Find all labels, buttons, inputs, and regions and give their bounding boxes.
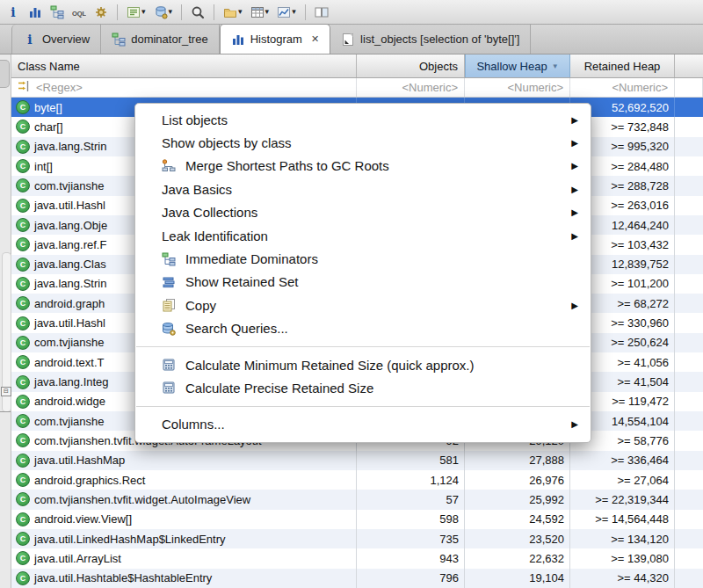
- class-name-label: android.view.View[]: [34, 512, 132, 526]
- menu-item-calculate-precise-retained-size[interactable]: Calculate Precise Retained Size: [135, 376, 591, 399]
- menu-item-java-basics[interactable]: Java Basics▶: [135, 178, 591, 200]
- menu-separator: [136, 346, 590, 347]
- filter-shallow-input[interactable]: <Numeric>: [465, 78, 570, 97]
- column-label: Shallow Heap: [476, 60, 547, 73]
- table-row[interactable]: Ccom.tvjianshen.tvfit.widget.AutoImageVi…: [11, 490, 703, 509]
- retained-heap-cell: >= 14,564,448: [570, 510, 675, 529]
- menu-item-columns[interactable]: Columns...▶: [135, 413, 591, 436]
- search-button[interactable]: [188, 3, 207, 22]
- filler-cell: [675, 156, 703, 176]
- submenu-arrow-icon: ▶: [571, 231, 578, 241]
- filter-placeholder: <Numeric>: [402, 81, 458, 94]
- filter-placeholder: <Regex>: [36, 81, 83, 94]
- filter-class-input[interactable]: <Regex>: [11, 78, 357, 97]
- menu-item-list-objects[interactable]: List objects▶: [135, 108, 591, 131]
- chart-button[interactable]: ▾: [274, 3, 299, 22]
- table-row[interactable]: Candroid.view.View[]59824,592>= 14,564,4…: [11, 510, 703, 529]
- dropdown-arrow-icon[interactable]: ▾: [292, 8, 296, 16]
- filler-cell: [675, 255, 703, 274]
- tab-dominator_tree[interactable]: dominator_tree: [101, 25, 219, 54]
- class-name-cell: Cjava.util.LinkedHashMap$LinkedEntry: [11, 529, 357, 548]
- class-name-label: android.graphics.Rect: [34, 474, 145, 487]
- menu-item-search-queries[interactable]: Search Queries...: [135, 317, 591, 340]
- histogram-button[interactable]: [25, 3, 45, 22]
- mat-histogram-window: iOQL▾▾▾▾▾ iOverviewdominator_treeHistogr…: [0, 0, 703, 588]
- svg-text:i: i: [11, 5, 15, 19]
- class-name-label: java.util.Hashl: [34, 316, 105, 330]
- class-icon: C: [16, 100, 30, 114]
- dominator-tree-button[interactable]: [47, 3, 67, 22]
- class-name-label: java.lang.Strin: [34, 277, 106, 290]
- column-header-filler: [675, 54, 703, 77]
- tab-overview[interactable]: iOverview: [11, 25, 101, 54]
- tab-label: list_objects [selection of 'byte[]']: [360, 33, 519, 46]
- window-edge-blob: [0, 60, 10, 88]
- class-name-label: java.lang.Integ: [34, 375, 109, 388]
- class-icon: C: [16, 336, 30, 350]
- menu-item-merge-shortest-paths-to-gc-roots[interactable]: Merge Shortest Paths to GC Roots▶: [135, 155, 591, 178]
- class-icon: C: [16, 433, 30, 447]
- menu-item-java-collections[interactable]: Java Collections▶: [135, 201, 591, 224]
- column-header-objects[interactable]: Objects: [357, 54, 465, 77]
- column-header-class-name[interactable]: Class Name: [11, 54, 357, 77]
- class-icon: C: [16, 395, 30, 409]
- info-icon: i: [6, 5, 20, 19]
- restore-pane-icon[interactable]: ⊟: [1, 387, 11, 396]
- class-icon: C: [16, 551, 30, 565]
- menu-item-show-retained-set[interactable]: Show Retained Set: [135, 271, 591, 294]
- column-header-shallow-heap[interactable]: Shallow Heap ▼: [465, 54, 570, 77]
- filter-filler: [675, 78, 703, 97]
- query-browser-button[interactable]: ▾: [124, 3, 149, 22]
- tab-close-icon[interactable]: ✕: [311, 33, 319, 45]
- database-gear-button[interactable]: ▾: [151, 3, 176, 22]
- class-icon: C: [16, 140, 30, 154]
- class-icon: C: [16, 218, 30, 232]
- class-name-label: java.lang.Obje: [34, 219, 107, 232]
- table-row[interactable]: Cjava.util.ArrayList94322,632>= 139,080: [11, 548, 703, 568]
- dropdown-arrow-icon[interactable]: ▾: [141, 8, 146, 16]
- oql-button[interactable]: OQL: [69, 3, 89, 22]
- tab-label: dominator_tree: [131, 33, 207, 46]
- class-icon: C: [16, 532, 30, 546]
- class-name-label: java.util.Hashl: [34, 199, 105, 212]
- menu-item-leak-identification[interactable]: Leak Identification▶: [135, 224, 591, 247]
- histogram-icon: [231, 33, 245, 47]
- tab-label: Histogram: [250, 33, 302, 46]
- dropdown-arrow-icon[interactable]: ▾: [238, 8, 243, 16]
- left-edge-strip: ⊟: [0, 54, 11, 588]
- table-row[interactable]: Cjava.util.LinkedHashMap$LinkedEntry7352…: [11, 529, 703, 548]
- menu-item-calculate-minimum-retained-size-quick-approx[interactable]: Calculate Minimum Retained Size (quick a…: [135, 353, 591, 376]
- database-gear-icon: [154, 5, 168, 19]
- filter-retained-input[interactable]: <Numeric>: [570, 78, 675, 97]
- class-name-label: android.graph: [34, 297, 105, 310]
- tab-list_objects[interactable]: list_objects [selection of 'byte[]']: [330, 25, 531, 54]
- dropdown-arrow-icon[interactable]: ▾: [169, 8, 173, 16]
- table-row[interactable]: Candroid.graphics.Rect1,12426,976>= 27,0…: [11, 470, 703, 490]
- table-row[interactable]: Cjava.util.HashMap58127,888>= 336,464: [11, 451, 703, 470]
- info-button[interactable]: i: [4, 3, 23, 22]
- column-header-retained-heap[interactable]: Retained Heap: [570, 54, 675, 77]
- tab-histogram[interactable]: Histogram✕: [220, 24, 330, 54]
- calculator-icon: [162, 381, 179, 395]
- dropdown-arrow-icon[interactable]: ▾: [265, 8, 270, 16]
- gear-button[interactable]: [91, 3, 111, 22]
- table-row[interactable]: Cjava.util.Hashtable$HashtableEntry79619…: [11, 569, 703, 588]
- class-name-label: com.tvjianshe: [34, 179, 104, 192]
- menu-item-label: Show objects by class: [162, 135, 578, 150]
- filter-objects-input[interactable]: <Numeric>: [357, 78, 465, 97]
- menu-item-immediate-dominators[interactable]: Immediate Dominators: [135, 247, 591, 270]
- menu-item-label: Copy: [185, 298, 578, 313]
- merge-paths-icon: [162, 159, 179, 173]
- submenu-arrow-icon: ▶: [571, 301, 578, 310]
- filter-icon: [18, 83, 36, 96]
- filler-cell: [675, 313, 703, 332]
- menu-item-copy[interactable]: Copy▶: [135, 294, 591, 316]
- class-name-label: com.tvjianshen.tvfit.widget.AutoImageVie…: [34, 493, 250, 506]
- compare-panes-button[interactable]: [312, 3, 331, 22]
- filler-cell: [675, 548, 703, 568]
- shallow-heap-cell: 27,888: [465, 451, 570, 470]
- shallow-heap-cell: 23,520: [465, 529, 570, 548]
- menu-item-show-objects-by-class[interactable]: Show objects by class▶: [135, 131, 591, 154]
- folder-button[interactable]: ▾: [221, 3, 245, 22]
- grid-button[interactable]: ▾: [248, 3, 272, 22]
